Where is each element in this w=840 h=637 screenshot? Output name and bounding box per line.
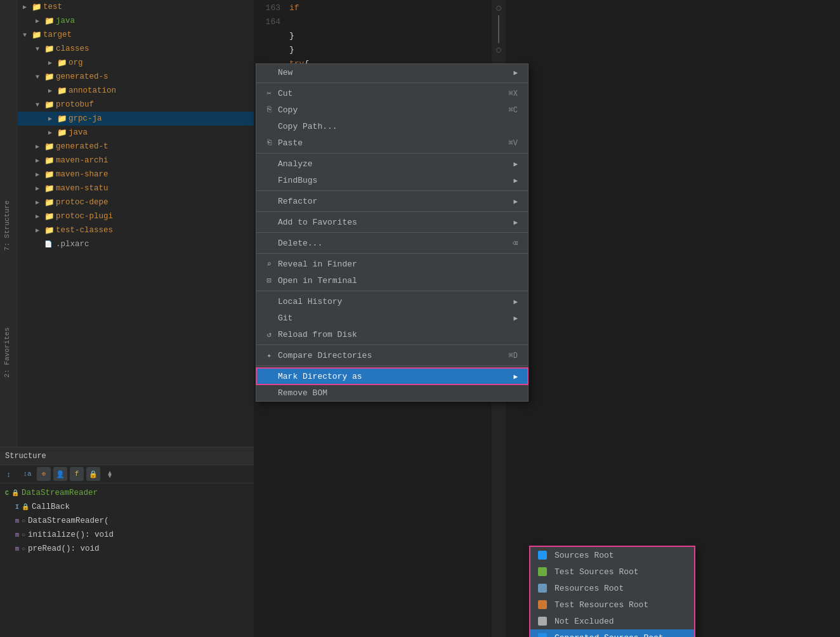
func-btn[interactable]: f	[70, 467, 84, 481]
tree-item-plxarc[interactable]: 📄 .plxarc	[18, 237, 259, 251]
resources-root-icon	[538, 584, 547, 593]
person-btn[interactable]: 👤	[53, 467, 67, 481]
submenu-arrow: ▶	[513, 176, 518, 185]
lock-btn-tool[interactable]: 🔒	[86, 467, 100, 481]
tree-item-org[interactable]: ▶ 📁 org	[18, 56, 259, 70]
menu-item-copy-path[interactable]: Copy Path...	[256, 118, 528, 135]
menu-item-mark-directory[interactable]: Mark Directory as ▶	[256, 368, 528, 384]
menu-item-copy[interactable]: ⎘ Copy ⌘C	[256, 102, 528, 118]
struct-label: CallBack	[32, 502, 70, 511]
tree-item-annotation[interactable]: ▶ 📁 annotation	[18, 84, 259, 98]
copy-icon: ⎘	[264, 105, 274, 114]
shortcut-copy: ⌘C	[509, 105, 518, 115]
tree-arrow: ▶	[36, 185, 44, 192]
tree-item-protobuf[interactable]: ▼ 📁 protobuf	[18, 98, 259, 112]
expand-btn[interactable]: ⊕	[37, 467, 51, 481]
submenu-arrow: ▶	[513, 298, 518, 306]
menu-separator	[256, 291, 528, 291]
tree-label: target	[43, 30, 72, 39]
menu-item-compare[interactable]: ✦ Compare Directories ⌘D	[256, 347, 528, 364]
submenu-generated-sources-root[interactable]: Generated Sources Root	[530, 629, 694, 637]
submenu-test-sources-root[interactable]: Test Sources Root	[530, 563, 694, 580]
tree-label: grpc-ja	[69, 114, 102, 123]
tree-arrow: ▶	[36, 171, 44, 178]
tree-item-protoc-depe[interactable]: ▶ 📁 protoc-depe	[18, 195, 259, 209]
menu-item-favorites[interactable]: Add to Favorites ▶	[256, 214, 528, 230]
struct-item-constructor[interactable]: m ○ DataStreamReader(	[0, 514, 254, 528]
menu-item-reveal[interactable]: ⌕ Reveal in Finder	[256, 256, 528, 272]
submenu-resources-root[interactable]: Resources Root	[530, 580, 694, 596]
tree-item-generated-t[interactable]: ▶ 📁 generated-t	[18, 140, 259, 154]
menu-item-analyze[interactable]: Analyze ▶	[256, 155, 528, 172]
generated-sources-root-icon	[538, 633, 547, 637]
tree-label: annotation	[69, 86, 116, 95]
menu-label: Copy Path...	[278, 122, 338, 131]
tree-item-test-classes[interactable]: ▶ 📁 test-classes	[18, 223, 259, 237]
menu-item-git[interactable]: Git ▶	[256, 310, 528, 326]
tree-arrow: ▼	[23, 32, 32, 39]
menu-item-findbugs[interactable]: FindBugs ▶	[256, 172, 528, 188]
submenu-sources-root[interactable]: Sources Root	[530, 547, 694, 563]
folder-icon: 📁	[44, 44, 56, 54]
tree-item-generated-s[interactable]: ▼ 📁 generated-s	[18, 70, 259, 84]
filter-btn[interactable]: ⧫	[103, 467, 117, 481]
menu-item-local-history[interactable]: Local History ▶	[256, 293, 528, 310]
lock-icon: 🔒	[11, 489, 19, 497]
submenu-not-excluded[interactable]: Not Excluded	[530, 613, 694, 629]
sort-btn-2[interactable]: ↕a	[20, 467, 34, 481]
menu-label: New	[278, 68, 292, 77]
menu-item-new[interactable]: New ▶	[256, 64, 528, 81]
sort-btn-1[interactable]: ↕	[4, 467, 18, 481]
folder-icon: 📁	[44, 155, 56, 166]
folder-icon: 📁	[32, 2, 43, 12]
struct-item-initialize[interactable]: m ○ initialize(): void	[0, 528, 254, 542]
tree-label: .plxarc	[56, 240, 89, 249]
tree-label: protoc-depe	[56, 198, 108, 207]
struct-item-preread[interactable]: m ○ preRead(): void	[0, 542, 254, 556]
menu-item-paste[interactable]: ⎗ Paste ⌘V	[256, 135, 528, 151]
submenu-arrow: ▶	[513, 197, 518, 206]
folder-icon: 📁	[44, 183, 56, 194]
menu-label: Copy	[278, 105, 298, 115]
tree-arrow: ▶	[48, 115, 57, 122]
test-sources-root-icon	[538, 567, 547, 576]
tree-label: classes	[56, 44, 89, 53]
tree-item-target[interactable]: ▼ 📁 target	[18, 28, 259, 42]
tree-item-java2[interactable]: ▶ 📁 java	[18, 126, 259, 140]
menu-item-refactor[interactable]: Refactor ▶	[256, 193, 528, 209]
folder-icon: 📁	[44, 197, 56, 207]
menu-separator	[256, 345, 528, 345]
struct-label: preRead(): void	[28, 544, 100, 553]
tree-item-classes[interactable]: ▼ 📁 classes	[18, 42, 259, 56]
tree-item-test[interactable]: ▶ 📁 test	[18, 0, 259, 14]
tree-item-maven-archi[interactable]: ▶ 📁 maven-archi	[18, 154, 259, 167]
tree-item-maven-statu[interactable]: ▶ 📁 maven-statu	[18, 181, 259, 195]
struct-item-callback[interactable]: I 🔒 CallBack	[0, 500, 254, 514]
submenu-test-resources-root[interactable]: Test Resources Root	[530, 596, 694, 613]
menu-item-delete[interactable]: Delete... ⌫	[256, 235, 528, 251]
tree-label: maven-share	[56, 170, 108, 179]
tree-item-grpc-ja[interactable]: ▶ 📁 grpc-ja	[18, 112, 259, 126]
menu-item-reload[interactable]: ↺ Reload from Disk	[256, 326, 528, 343]
tree-item-protoc-plugi[interactable]: ▶ 📁 protoc-plugi	[18, 209, 259, 223]
submenu-label: Resources Root	[555, 584, 624, 593]
reload-icon: ↺	[264, 330, 274, 339]
menu-item-terminal[interactable]: ⊡ Open in Terminal	[256, 272, 528, 289]
folder-icon: 📁	[44, 141, 56, 152]
code-text: }	[289, 29, 294, 43]
menu-item-remove-bom[interactable]: Remove BOM	[256, 384, 528, 401]
struct-item-class[interactable]: C 🔒 DataStreamReader	[0, 486, 254, 500]
menu-label: Add to Favorites	[278, 218, 357, 227]
tree-item-java[interactable]: ▶ 📁 java	[18, 14, 259, 28]
sidebar-tab-favorites[interactable]: 2: Favorites	[1, 324, 13, 381]
tree-arrow: ▶	[23, 3, 32, 11]
context-menu: New ▶ ✂ Cut ⌘X ⎘ Copy ⌘C Copy Path... ⎗ …	[256, 63, 528, 402]
sidebar-tab-structure[interactable]: 7: Structure	[1, 197, 13, 254]
paste-icon: ⎗	[264, 138, 274, 147]
menu-item-cut[interactable]: ✂ Cut ⌘X	[256, 85, 528, 102]
menu-separator	[256, 190, 528, 191]
structure-toolbar: ↕ ↕a ⊕ 👤 f 🔒 ⧫	[0, 465, 254, 483]
tree-item-maven-share[interactable]: ▶ 📁 maven-share	[18, 167, 259, 181]
menu-label: Git	[278, 313, 292, 323]
menu-separator	[256, 253, 528, 254]
